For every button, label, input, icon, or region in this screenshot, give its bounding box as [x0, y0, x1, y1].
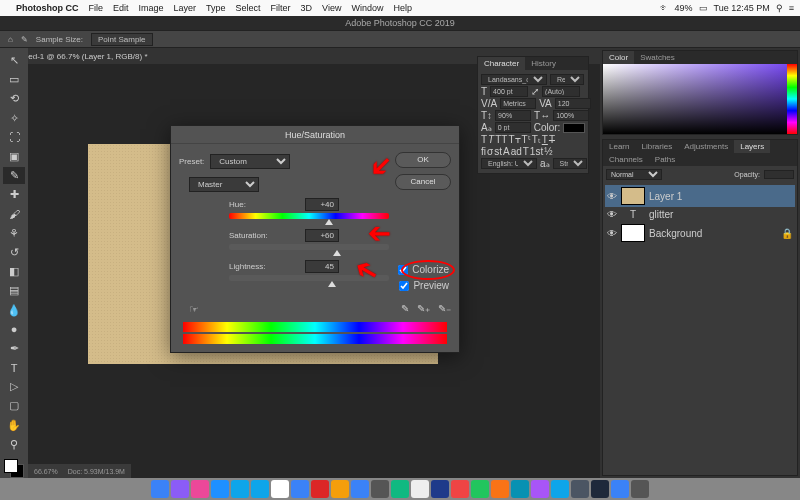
dock-app-icon[interactable]	[231, 480, 249, 498]
hscale-input[interactable]	[553, 110, 589, 121]
tab-history[interactable]: History	[525, 57, 562, 70]
font-style-select[interactable]: Regular	[550, 74, 584, 85]
hue-slider[interactable]	[229, 213, 389, 223]
tab-color[interactable]: Color	[603, 51, 634, 64]
menu-layer[interactable]: Layer	[174, 3, 197, 13]
spotlight-icon[interactable]: ⚲	[776, 3, 783, 13]
dock-app-icon[interactable]	[211, 480, 229, 498]
eraser-tool-icon[interactable]: ◧	[3, 263, 25, 280]
dodge-tool-icon[interactable]: ●	[3, 321, 25, 338]
tab-character[interactable]: Character	[478, 57, 525, 70]
dock-app-icon[interactable]	[631, 480, 649, 498]
colorize-checkbox[interactable]	[398, 265, 408, 275]
lang-select[interactable]: English: USA	[481, 158, 537, 169]
eyedropper-sub-icon[interactable]: ✎₋	[438, 303, 451, 316]
wifi-icon[interactable]: ᯤ	[660, 3, 669, 13]
dock-app-icon[interactable]	[291, 480, 309, 498]
tab-paths[interactable]: Paths	[649, 153, 681, 166]
menu-filter[interactable]: Filter	[271, 3, 291, 13]
eyedropper-icon[interactable]: ✎	[401, 303, 409, 316]
ok-button[interactable]: OK	[395, 152, 451, 168]
stamp-tool-icon[interactable]: ⚘	[3, 225, 25, 242]
doc-size[interactable]: Doc: 5.93M/13.9M	[68, 468, 125, 475]
home-icon[interactable]: ⌂	[8, 35, 13, 44]
menu-help[interactable]: Help	[393, 3, 412, 13]
marquee-tool-icon[interactable]: ▭	[3, 71, 25, 88]
dock-app-icon[interactable]	[151, 480, 169, 498]
dock-app-icon[interactable]	[471, 480, 489, 498]
dock-app-icon[interactable]	[551, 480, 569, 498]
baseline-input[interactable]	[495, 122, 531, 133]
font-select[interactable]: Landasans_demo03	[481, 74, 547, 85]
pen-tool-icon[interactable]: ✒	[3, 340, 25, 357]
layer-thumb[interactable]	[621, 187, 645, 205]
tab-channels[interactable]: Channels	[603, 153, 649, 166]
layer-thumb[interactable]	[621, 224, 645, 242]
tab-layers[interactable]: Layers	[734, 140, 770, 153]
italic-icon[interactable]: T	[488, 134, 494, 145]
lightness-slider[interactable]	[229, 275, 389, 285]
app-name[interactable]: Photoshop CC	[16, 3, 79, 13]
underline-icon[interactable]: T	[542, 134, 548, 145]
dock-app-icon[interactable]	[311, 480, 329, 498]
preview-checkbox[interactable]	[399, 281, 409, 291]
dock-app-icon[interactable]	[491, 480, 509, 498]
dock-app-icon[interactable]	[171, 480, 189, 498]
aa-select[interactable]: Strong	[553, 158, 587, 169]
bold-icon[interactable]: T	[481, 134, 487, 145]
dock-app-icon[interactable]	[431, 480, 449, 498]
color-picker[interactable]	[603, 64, 797, 134]
font-size-input[interactable]	[490, 86, 528, 97]
lasso-tool-icon[interactable]: ⟲	[3, 90, 25, 107]
tracking-input[interactable]	[500, 98, 536, 109]
tab-adjustments[interactable]: Adjustments	[678, 140, 734, 153]
menu-view[interactable]: View	[322, 3, 341, 13]
menu-edit[interactable]: Edit	[113, 3, 129, 13]
hand-icon[interactable]: ☞	[189, 303, 199, 316]
type-tool-icon[interactable]: T	[3, 359, 25, 376]
dock-app-icon[interactable]	[251, 480, 269, 498]
tab-swatches[interactable]: Swatches	[634, 51, 681, 64]
opentype-icon[interactable]: fi	[481, 146, 486, 157]
kern-input[interactable]	[555, 98, 591, 109]
zoom-level[interactable]: 66.67%	[34, 468, 58, 475]
caps-icon[interactable]: TT	[495, 134, 507, 145]
visibility-icon[interactable]: 👁	[607, 209, 617, 220]
clock[interactable]: Tue 12:45 PM	[714, 3, 770, 13]
tab-libraries[interactable]: Libraries	[635, 140, 678, 153]
dock-app-icon[interactable]	[371, 480, 389, 498]
menu-image[interactable]: Image	[139, 3, 164, 13]
wand-tool-icon[interactable]: ✧	[3, 110, 25, 127]
gradient-tool-icon[interactable]: ▤	[3, 282, 25, 299]
menu-window[interactable]: Window	[351, 3, 383, 13]
dock-app-icon[interactable]	[271, 480, 289, 498]
vscale-input[interactable]	[495, 110, 531, 121]
eyedropper-tool-icon[interactable]: ✎	[3, 167, 25, 184]
saturation-slider[interactable]	[229, 244, 389, 254]
sample-size-value[interactable]: Point Sample	[91, 33, 153, 46]
crop-tool-icon[interactable]: ⛶	[3, 129, 25, 146]
layer-row[interactable]: 👁Tglitter	[605, 207, 795, 222]
strike-icon[interactable]: T	[549, 134, 555, 145]
blur-tool-icon[interactable]: 💧	[3, 301, 25, 318]
dock-app-icon[interactable]	[591, 480, 609, 498]
dock-app-icon[interactable]	[351, 480, 369, 498]
path-tool-icon[interactable]: ▷	[3, 378, 25, 395]
dock-app-icon[interactable]	[571, 480, 589, 498]
channel-select[interactable]: Master	[189, 177, 259, 192]
visibility-icon[interactable]: 👁	[607, 228, 617, 239]
visibility-icon[interactable]: 👁	[607, 191, 617, 202]
dock-app-icon[interactable]	[331, 480, 349, 498]
dock-app-icon[interactable]	[511, 480, 529, 498]
preset-select[interactable]: Custom	[210, 154, 290, 169]
menu-3d[interactable]: 3D	[301, 3, 313, 13]
brush-tool-icon[interactable]: 🖌	[3, 206, 25, 223]
hue-strip[interactable]	[787, 64, 797, 134]
layer-row[interactable]: 👁Background🔒	[605, 222, 795, 244]
move-tool-icon[interactable]: ↖	[3, 52, 25, 69]
text-color-swatch[interactable]	[563, 123, 585, 133]
color-swatch[interactable]	[4, 459, 24, 478]
blend-mode-select[interactable]: Normal	[606, 169, 662, 180]
zoom-tool-icon[interactable]: ⚲	[3, 436, 25, 453]
menu-file[interactable]: File	[89, 3, 104, 13]
